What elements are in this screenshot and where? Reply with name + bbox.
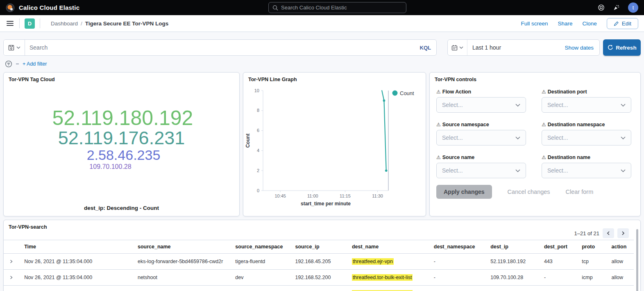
tag-cloud-term[interactable]: 52.119.180.192 xyxy=(52,107,193,129)
warning-icon: ⚠ xyxy=(542,122,546,127)
tag-cloud-panel: Tor-VPN Tag Cloud 52.119.180.19252.119.1… xyxy=(3,72,240,216)
column-header-proto: proto xyxy=(580,240,610,254)
chevron-down-icon xyxy=(16,46,20,49)
control-field: ⚠Destination namespaceSelect... xyxy=(542,122,631,146)
svg-text:4: 4 xyxy=(257,148,259,153)
saved-query-menu[interactable] xyxy=(4,40,25,55)
search-table-panel: Tor-VPN-search 1–21 of 21 Timesource_nam… xyxy=(3,220,641,291)
data-point xyxy=(383,100,385,102)
tag-cloud-term[interactable]: 109.70.100.28 xyxy=(89,164,131,171)
control-label: ⚠Destination port xyxy=(542,89,631,95)
tag-cloud-term[interactable]: 2.58.46.235 xyxy=(87,148,161,162)
expand-row-button[interactable] xyxy=(4,286,23,291)
controls-grid: ⚠Flow ActionSelect...⚠Destination portSe… xyxy=(430,82,640,178)
dashboard-badge[interactable]: D xyxy=(25,18,35,29)
refresh-button[interactable]: Refresh xyxy=(603,39,641,56)
highlighted-dest-name: threatfeed.tor-bulk-exit-list xyxy=(352,274,413,281)
flow-action-select[interactable]: Select... xyxy=(436,97,526,113)
table-scrollbar[interactable] xyxy=(636,229,638,291)
quick-select-menu[interactable] xyxy=(448,40,467,55)
cancel-changes-button[interactable]: Cancel changes xyxy=(508,189,550,195)
full-screen-button[interactable]: Full screen xyxy=(521,20,548,27)
chevron-down-icon xyxy=(515,136,520,139)
cell-dest_name: threatfeed.ejr-vpn xyxy=(350,254,432,270)
destination-namespace-select[interactable]: Select... xyxy=(542,130,631,146)
breadcrumb-dashboard[interactable]: Dashboard xyxy=(51,20,78,27)
svg-text:10: 10 xyxy=(254,88,259,93)
destination-port-select[interactable]: Select... xyxy=(542,97,631,113)
column-header-dest_namespace: dest_namespace xyxy=(432,240,489,254)
cell-dest_name: threatfeed.tor-bulk-exit-list xyxy=(350,286,432,291)
cell-source_namespace: tigera-fluentd xyxy=(234,254,293,270)
control-field: ⚠Destination portSelect... xyxy=(542,89,631,113)
chevron-down-icon xyxy=(515,104,520,107)
cell-source_ip: 192.168.52.200 xyxy=(293,270,350,286)
count-line xyxy=(382,91,386,171)
clear-form-button[interactable]: Clear form xyxy=(566,189,594,195)
clone-button[interactable]: Clone xyxy=(582,20,596,27)
control-label: ⚠Destination name xyxy=(542,155,631,160)
cell-dest_ip: 52.119.180.192 xyxy=(489,254,542,270)
cell-dest_port: - xyxy=(542,286,580,291)
tag-cloud-tags: 52.119.180.19252.119.176.2312.58.46.2351… xyxy=(4,62,239,216)
destination-name-select[interactable]: Select... xyxy=(542,163,631,178)
cell-proto: tcp xyxy=(580,254,610,270)
app-header: Calico Cloud Elastic t xyxy=(0,0,644,15)
cell-dest_ip: 109.70.100.28 xyxy=(489,286,542,291)
control-field: ⚠Source nameSelect... xyxy=(436,155,526,178)
column-header-time: Time xyxy=(23,240,136,254)
user-avatar[interactable]: t xyxy=(628,2,638,13)
prev-page-button[interactable] xyxy=(603,228,614,238)
show-dates-button[interactable]: Show dates xyxy=(565,45,599,51)
expand-row-button[interactable] xyxy=(4,254,23,270)
svg-text:11:30: 11:30 xyxy=(372,193,383,198)
column-header-source_ip: source_ip xyxy=(293,240,350,254)
source-namespace-select[interactable]: Select... xyxy=(436,130,526,146)
column-header-source_namespace: source_namespace xyxy=(234,240,293,254)
pagination-label: 1–21 of 21 xyxy=(574,230,599,236)
chevron-down-icon xyxy=(621,136,626,139)
chevron-down-icon xyxy=(621,169,626,172)
highlighted-dest-name: threatfeed.ejr-vpn xyxy=(352,258,394,265)
svg-text:2: 2 xyxy=(257,168,259,173)
source-name-select[interactable]: Select... xyxy=(436,163,526,178)
expand-row-button[interactable] xyxy=(4,270,23,286)
legend-count-swatch xyxy=(392,91,398,96)
cell-dest_namespace: - xyxy=(432,254,489,270)
warning-icon: ⚠ xyxy=(542,89,546,95)
time-range-value[interactable]: Last 1 hour xyxy=(467,44,565,51)
help-icon[interactable] xyxy=(598,4,605,11)
svg-text:6: 6 xyxy=(257,128,259,133)
pencil-icon xyxy=(614,21,619,26)
warning-icon: ⚠ xyxy=(436,89,441,95)
save-query-icon xyxy=(8,45,14,51)
cell-action: allow xyxy=(610,254,634,270)
newsfeed-party-popper-icon[interactable] xyxy=(613,4,620,11)
global-search-input[interactable] xyxy=(281,5,402,11)
cell-time: Nov 26, 2021 @ 11:35:04.000 xyxy=(23,254,136,270)
table-header-row: Timesource_namesource_namespacesource_ip… xyxy=(4,240,634,254)
global-search[interactable] xyxy=(268,2,406,13)
column-header-source_name: source_name xyxy=(136,240,234,254)
cell-dest_name: threatfeed.tor-bulk-exit-list xyxy=(350,270,432,286)
dashboard-workspace: KQL Last 1 hour Show dates Refresh xyxy=(0,32,644,291)
cell-source_name: netshoot xyxy=(136,286,234,291)
cell-dest_port: 443 xyxy=(542,254,580,270)
cell-source_ip: 192.168.45.205 xyxy=(293,254,350,270)
edit-button[interactable]: Edit xyxy=(607,18,638,29)
chevron-down-icon xyxy=(515,169,520,172)
next-page-button[interactable] xyxy=(617,228,629,238)
menu-icon[interactable] xyxy=(6,19,14,27)
refresh-icon xyxy=(607,45,613,50)
panel-title: Tor-VPN Line Graph xyxy=(243,73,426,82)
time-range-picker: Last 1 hour Show dates xyxy=(447,39,600,56)
calico-logo-icon xyxy=(6,3,15,12)
tag-cloud-term[interactable]: 52.119.176.231 xyxy=(58,129,185,148)
kql-search-input[interactable] xyxy=(25,44,415,51)
share-button[interactable]: Share xyxy=(558,20,572,27)
query-language-toggle[interactable]: KQL xyxy=(415,45,436,51)
apply-changes-button[interactable]: Apply changes xyxy=(436,185,492,199)
query-bar: KQL xyxy=(3,39,437,56)
cell-source_name: eks-log-forwarder-5bd4659786-cwd2r xyxy=(136,254,234,270)
nav-bar: D Dashboard / Tigera Secure EE Tor-VPN L… xyxy=(0,15,644,32)
